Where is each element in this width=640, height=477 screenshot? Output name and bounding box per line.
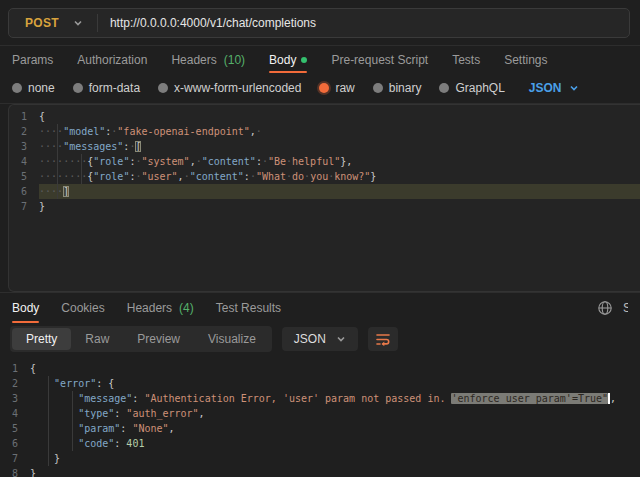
- tab-params[interactable]: Params: [12, 46, 53, 73]
- tab-label: Tests: [452, 53, 480, 67]
- radio-icon: [319, 83, 329, 93]
- request-tabs: ParamsAuthorizationHeaders(10)BodyPre-re…: [0, 46, 640, 73]
- body-mode-label: raw: [335, 81, 354, 95]
- body-mode-binary[interactable]: binary: [373, 81, 422, 95]
- tab-authorization[interactable]: Authorization: [77, 46, 147, 73]
- line-number: 5: [9, 169, 39, 184]
- radio-icon: [373, 83, 383, 93]
- code-line: 8}: [0, 466, 640, 477]
- response-tab-body[interactable]: Body: [12, 293, 39, 323]
- code-line: 4 "type": "auth_error",: [0, 406, 640, 421]
- wrap-text-button[interactable]: [368, 327, 398, 351]
- code-line: 7 }: [0, 451, 640, 466]
- view-switcher: PrettyRawPreviewVisualize: [10, 326, 272, 352]
- code-line: 6 "code": 401: [0, 436, 640, 451]
- view-pretty[interactable]: Pretty: [12, 328, 71, 350]
- tab-label: Pre-request Script: [331, 53, 428, 67]
- tab-label: Cookies: [61, 301, 104, 315]
- tab-pre-request-script[interactable]: Pre-request Script: [331, 46, 428, 73]
- globe-icon[interactable]: [597, 300, 613, 316]
- url-box: POST http://0.0.0.0:4000/v1/chat/complet…: [8, 8, 630, 38]
- tab-label: Settings: [504, 53, 547, 67]
- response-section: BodyCookiesHeaders(4)Test Results St Pre…: [0, 292, 640, 477]
- request-url-row: POST http://0.0.0.0:4000/v1/chat/complet…: [0, 0, 640, 46]
- line-number: 6: [0, 436, 30, 451]
- chevron-down-icon: [569, 83, 579, 93]
- tab-label: Test Results: [216, 301, 281, 315]
- response-language-dropdown[interactable]: JSON: [282, 327, 358, 351]
- tab-label: Headers: [171, 53, 216, 67]
- api-client-window: POST http://0.0.0.0:4000/v1/chat/complet…: [0, 0, 640, 477]
- code-line: 1{: [0, 361, 640, 376]
- raw-language-dropdown[interactable]: JSON: [529, 81, 579, 95]
- body-mode-none[interactable]: none: [12, 81, 55, 95]
- request-body-editor[interactable]: 1{2····"model":·"fake-openai-endpoint",·…: [8, 104, 640, 292]
- line-number: 3: [0, 391, 30, 406]
- view-visualize[interactable]: Visualize: [194, 328, 270, 350]
- line-number: 8: [0, 466, 30, 477]
- radio-icon: [73, 83, 83, 93]
- tab-settings[interactable]: Settings: [504, 46, 547, 73]
- tab-label: Params: [12, 53, 53, 67]
- code-line: 2 "error": {: [0, 376, 640, 391]
- code-line: 7}: [9, 199, 640, 214]
- status-text-clipped: St: [623, 301, 628, 315]
- tab-label: Body: [12, 301, 39, 315]
- code-line: 3····"messages":·[: [9, 139, 640, 154]
- response-tab-test-results[interactable]: Test Results: [216, 293, 281, 323]
- body-mode-raw[interactable]: raw: [319, 81, 354, 95]
- line-number: 7: [9, 199, 39, 214]
- response-meta: St: [597, 300, 628, 316]
- radio-icon: [439, 83, 449, 93]
- tab-label: Headers: [127, 301, 172, 315]
- code-line: 5········{"role":·"user",·"content":·"Wh…: [9, 169, 640, 184]
- raw-language-label: JSON: [529, 81, 562, 95]
- code-line: 1{: [9, 109, 640, 124]
- radio-icon: [158, 83, 168, 93]
- indent-guide: [57, 124, 58, 199]
- response-body-editor[interactable]: 1{2 "error": {3 "message": "Authenticati…: [0, 357, 640, 477]
- indent-guide: [81, 154, 82, 184]
- response-tab-cookies[interactable]: Cookies: [61, 293, 104, 323]
- code-line: 5 "param": "None",: [0, 421, 640, 436]
- response-tab-headers[interactable]: Headers(4): [127, 293, 194, 323]
- line-number: 1: [0, 361, 30, 376]
- body-mode-label: binary: [389, 81, 422, 95]
- line-number: 2: [9, 124, 39, 139]
- tab-tests[interactable]: Tests: [452, 46, 480, 73]
- code-line: 3 "message": "Authentication Error, 'use…: [0, 391, 640, 406]
- line-number: 4: [0, 406, 30, 421]
- body-mode-GraphQL[interactable]: GraphQL: [439, 81, 504, 95]
- url-input[interactable]: http://0.0.0.0:4000/v1/chat/completions: [98, 9, 629, 37]
- tab-label: Authorization: [77, 53, 147, 67]
- line-number: 5: [0, 421, 30, 436]
- code-line: 4········{"role":·"system",·"content":·"…: [9, 154, 640, 169]
- tab-body[interactable]: Body: [269, 46, 307, 73]
- body-mode-form-data[interactable]: form-data: [73, 81, 140, 95]
- unsaved-dot-indicator: [301, 57, 307, 63]
- chevron-down-icon: [73, 18, 83, 28]
- body-mode-row: noneform-datax-www-form-urlencodedrawbin…: [0, 73, 640, 104]
- indent-guide: [72, 391, 73, 451]
- code-line: 6····]: [9, 184, 640, 199]
- tab-headers[interactable]: Headers(10): [171, 46, 245, 73]
- chevron-down-icon: [336, 334, 346, 344]
- view-preview[interactable]: Preview: [123, 328, 194, 350]
- code-line: 2····"model":·"fake-openai-endpoint",·: [9, 124, 640, 139]
- view-raw[interactable]: Raw: [71, 328, 123, 350]
- method-dropdown[interactable]: POST: [9, 9, 97, 37]
- response-tabs-row: BodyCookiesHeaders(4)Test Results St: [0, 293, 640, 323]
- indent-guide: [48, 376, 49, 466]
- response-toolbar: PrettyRawPreviewVisualize JSON: [0, 323, 640, 357]
- tab-label: Body: [269, 53, 296, 67]
- radio-icon: [12, 83, 22, 93]
- body-mode-label: none: [28, 81, 55, 95]
- body-mode-x-www-form-urlencoded[interactable]: x-www-form-urlencoded: [158, 81, 301, 95]
- line-number: 3: [9, 139, 39, 154]
- method-label: POST: [25, 16, 59, 30]
- line-number: 7: [0, 451, 30, 466]
- tab-count-badge: (4): [179, 301, 194, 315]
- body-mode-label: GraphQL: [455, 81, 504, 95]
- line-number: 4: [9, 154, 39, 169]
- response-language-label: JSON: [294, 332, 326, 346]
